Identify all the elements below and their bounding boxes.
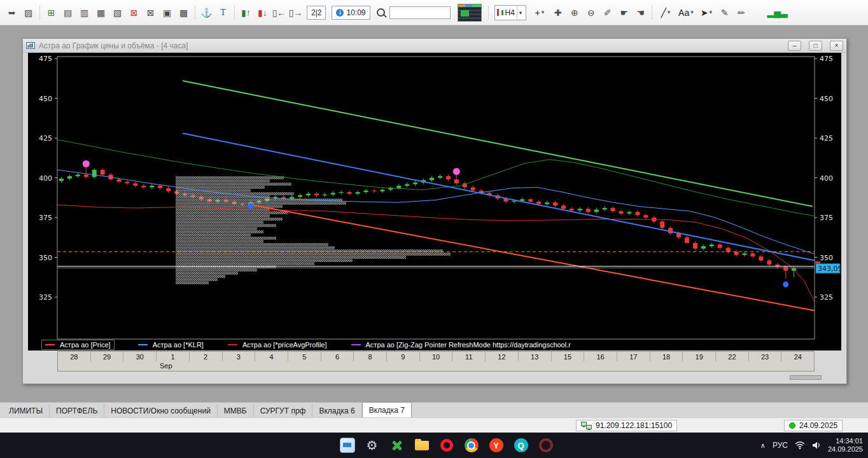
panel-shortcut-icon[interactable]: ➥ <box>4 4 20 20</box>
svg-text:343,05: 343,05 <box>818 265 841 273</box>
bar-down-tool-icon[interactable]: ▮↓ <box>255 4 270 20</box>
start-button[interactable] <box>314 437 331 454</box>
month-label: Sep <box>160 362 172 370</box>
tab-5[interactable]: СУРГУТ прф <box>254 404 313 417</box>
close-table-icon[interactable]: ⊠ <box>126 4 142 20</box>
search-input[interactable] <box>389 6 451 19</box>
yandex-browser-icon[interactable]: Y <box>488 437 505 454</box>
last-price-label: 343,05 <box>816 263 841 273</box>
close-button[interactable]: × <box>830 41 843 51</box>
tab-3[interactable]: НОВОСТИ/Окно сообщений <box>104 404 218 417</box>
date-tick: 28 <box>58 352 91 361</box>
tab-7[interactable]: Вкладка 7 <box>362 402 412 417</box>
chart-template-icon[interactable]: ▨ <box>20 4 36 20</box>
minimize-button[interactable]: – <box>788 41 801 51</box>
svg-text:350: 350 <box>39 254 52 262</box>
bar-left-tool-icon[interactable]: ▯← <box>271 4 287 20</box>
volume-icon[interactable] <box>812 441 821 450</box>
price-chart[interactable]: 4754754504504254254004003753753503503253… <box>28 53 841 350</box>
svg-text:450: 450 <box>39 95 52 103</box>
svg-text:375: 375 <box>39 214 52 222</box>
q-app-icon[interactable]: Q <box>513 437 529 454</box>
upper-channel-line <box>183 81 813 207</box>
tray-time: 14:34:01 <box>828 437 863 445</box>
svg-text:325: 325 <box>39 293 52 302</box>
tab-6[interactable]: Вкладка 6 <box>312 404 361 417</box>
main-toolbar: ➥▨⊞▤▥▦▧⊠⊠▣▩⚓T▮↑▮↓▯←▯→2|2i10:09H4▾+▾✚⊕⊖✐☛… <box>0 0 868 25</box>
server-date-panel: 24.09.2025 <box>784 420 843 431</box>
delete-table-icon[interactable]: ⊠ <box>143 4 158 20</box>
legend-item[interactable]: Астра ао [*KLR] <box>138 341 204 349</box>
screenshot-app-icon[interactable] <box>339 437 356 454</box>
date-tick: 22 <box>716 352 749 361</box>
tab-1[interactable]: ЛИМИТЫ <box>3 404 50 417</box>
chart-window-icon <box>26 42 35 49</box>
legend-item[interactable]: Астра ао [*priceAvgProfile] <box>228 341 327 349</box>
bar-right-tool-icon[interactable]: ▯→ <box>288 4 304 20</box>
chart-legend: Астра ао [Price]Астра ао [*KLR]Астра ао … <box>28 339 571 350</box>
portfolio-table-icon[interactable]: ▧ <box>109 4 125 20</box>
trades-table-icon[interactable]: ▦ <box>93 4 109 20</box>
opera-browser-icon[interactable] <box>438 437 455 454</box>
workspace-tabs: ЛИМИТЫПОРТФЕЛЬНОВОСТИ/Окно сообщенийММВБ… <box>0 402 868 417</box>
zoom-in-icon[interactable]: ⊕ <box>566 4 582 20</box>
connection-status-icon <box>789 422 795 429</box>
date-tick: 11 <box>452 352 486 361</box>
timeframe-select[interactable]: H4▾ <box>494 5 527 20</box>
text-tool-dropdown[interactable]: Aa▾ <box>676 4 696 20</box>
orders-table-icon[interactable]: ▥ <box>76 4 92 20</box>
settings-app-icon[interactable]: ⚙ <box>364 437 381 454</box>
layout-preview-button[interactable] <box>458 4 482 22</box>
tray-clock[interactable]: 14:34:01 24.09.2025 <box>828 437 863 454</box>
date-tick: 9 <box>387 352 420 361</box>
tab-4[interactable]: ММВБ <box>218 404 254 417</box>
server-date: 24.09.2025 <box>799 421 837 430</box>
date-tick: 4 <box>255 352 288 361</box>
green-cross-app-icon[interactable] <box>389 437 405 454</box>
tab-2[interactable]: ПОРТФЕЛЬ <box>50 404 104 417</box>
wifi-icon[interactable] <box>795 441 805 450</box>
search-box <box>377 6 451 19</box>
date-tick: 30 <box>123 352 157 361</box>
cursor-cross-icon[interactable]: ✚ <box>550 4 566 20</box>
orders-counter: 2|2 <box>307 6 326 20</box>
date-axis[interactable]: 28293012345689101112131516171819222324 <box>57 351 815 362</box>
add-table-icon[interactable]: ⊞ <box>43 4 59 20</box>
legend-label: Астра ао [Price] <box>60 341 111 349</box>
copy-table-icon[interactable]: ▣ <box>159 4 175 20</box>
window-titlebar[interactable]: Астра ао График цены и объёма - [4 часа]… <box>23 39 846 53</box>
screen-recorder-icon[interactable] <box>538 437 554 454</box>
pencil-tool-icon[interactable]: ✎ <box>717 4 732 20</box>
horizontal-scrollbar[interactable] <box>790 375 822 380</box>
legend-item[interactable]: Астра ао [Price] <box>42 340 114 349</box>
chevron-down-icon: ▾ <box>542 10 545 15</box>
status-bar: 91.209.122.181:15100 24.09.2025 <box>0 417 868 433</box>
tray-expand-icon[interactable]: ∧ <box>760 441 766 450</box>
eraser-tool-icon[interactable]: ✐ <box>599 4 615 20</box>
legend-item[interactable]: Астра ао [Zig-Zag Pointer RefreshMode ht… <box>351 341 571 349</box>
language-indicator[interactable]: РУС <box>773 441 788 450</box>
marker-tool-dropdown[interactable]: ➤▾ <box>696 4 716 20</box>
text-note-icon[interactable]: T <box>215 4 231 20</box>
screen: ➥▨⊞▤▥▦▧⊠⊠▣▩⚓T▮↑▮↓▯←▯→2|2i10:09H4▾+▾✚⊕⊖✐☛… <box>0 0 868 458</box>
add-study-dropdown[interactable]: +▾ <box>529 4 549 20</box>
legend-label: Астра ао [Zig-Zag Pointer RefreshMode ht… <box>366 341 571 349</box>
volume-histogram-icon[interactable]: ▂▅▃ <box>767 4 787 20</box>
anchor-tool-icon[interactable]: ⚓ <box>199 4 214 20</box>
legend-color-dash <box>351 344 361 345</box>
date-tick: 15 <box>552 352 585 361</box>
restore-button[interactable]: □ <box>809 41 822 51</box>
zoom-out-icon[interactable]: ⊖ <box>583 4 599 20</box>
quotes-table-icon[interactable]: ▤ <box>60 4 76 20</box>
toolbar-separator <box>652 6 652 20</box>
chevron-down-icon[interactable]: ▾ <box>517 6 524 20</box>
trendline-tool-dropdown[interactable]: ╱▾ <box>655 4 675 20</box>
select-hand-icon[interactable]: ☛ <box>616 4 632 20</box>
file-explorer-icon[interactable] <box>414 437 430 454</box>
pen-tool-icon[interactable]: ✏ <box>733 4 749 20</box>
bar-up-tool-icon[interactable]: ▮↑ <box>238 4 254 20</box>
pan-hand-icon[interactable]: ☚ <box>633 4 648 20</box>
chrome-browser-icon[interactable] <box>463 437 480 454</box>
export-table-icon[interactable]: ▩ <box>176 4 192 20</box>
chart-panel[interactable]: 4754754504504254254004003753753503503253… <box>28 53 841 350</box>
